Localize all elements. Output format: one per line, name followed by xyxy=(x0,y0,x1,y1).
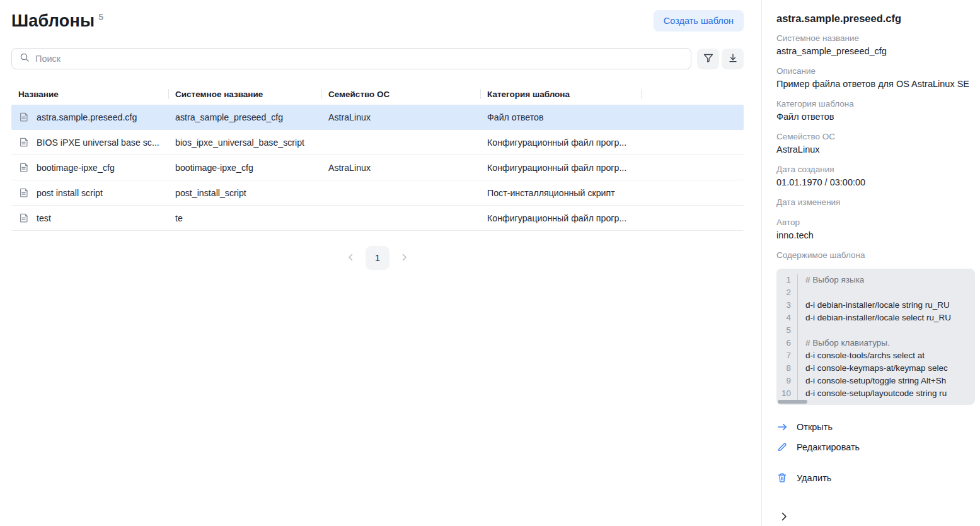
edit-action[interactable]: Редактировать xyxy=(776,440,975,454)
row-category: Пост-инсталляционный скрипт xyxy=(480,188,641,198)
code-line: 10d-i console-setup/layoutcode string ru xyxy=(776,387,975,400)
table-header: Название Системное название Семейство ОС… xyxy=(11,83,744,105)
row-os-family: AstraLinux xyxy=(321,163,480,173)
page-title: Шаблоны5 xyxy=(11,11,103,31)
table-row[interactable]: post install script post_install_script … xyxy=(11,180,744,206)
code-line: 1# Выбор языка xyxy=(776,274,975,286)
column-header-os-family: Семейство ОС xyxy=(321,83,480,105)
row-system-name: bootimage-ipxe_cfg xyxy=(168,163,321,173)
templates-page: Шаблоны5 Создать шаблон Название Системн… xyxy=(0,0,762,526)
field-created-date: Дата создания 01.01.1970 / 03:00:00 xyxy=(776,163,975,189)
document-icon xyxy=(18,213,29,223)
search-box xyxy=(11,48,691,69)
code-line: 2 xyxy=(776,286,975,299)
collapse-panel-button[interactable] xyxy=(779,509,797,526)
row-category: Конфигурационный файл прогр... xyxy=(480,163,641,173)
open-action-label: Открыть xyxy=(797,422,833,432)
code-line: 4d-i debian-installer/locale select ru_R… xyxy=(776,312,975,324)
arrow-right-icon xyxy=(776,423,788,431)
code-line: 6# Выбор клавиатуры. xyxy=(776,337,975,349)
document-icon xyxy=(18,137,29,148)
pagination: 1 xyxy=(11,246,744,270)
page-title-text: Шаблоны xyxy=(11,11,95,30)
filter-icon xyxy=(703,52,714,66)
code-line: 7d-i console-tools/archs select at xyxy=(776,349,975,362)
code-line: 5 xyxy=(776,324,975,337)
delete-action[interactable]: Удалить xyxy=(776,471,975,485)
row-name: bootimage-ipxe_cfg xyxy=(37,163,115,173)
document-icon xyxy=(18,112,29,122)
row-category: Файл ответов xyxy=(480,112,641,122)
edit-action-label: Редактировать xyxy=(797,442,860,452)
document-icon xyxy=(18,162,29,173)
templates-table: Название Системное название Семейство ОС… xyxy=(11,83,744,231)
create-template-button[interactable]: Создать шаблон xyxy=(654,10,744,32)
field-template-content: Содержимое шаблона xyxy=(776,249,975,262)
table-row[interactable]: astra.sample.preseed.cfg astra_sample_pr… xyxy=(11,105,744,130)
chevron-right-icon xyxy=(400,253,408,264)
row-name: post install script xyxy=(37,188,103,198)
pencil-icon xyxy=(776,442,788,452)
search-toolbar xyxy=(11,48,744,69)
field-os-family: Семейство ОС AstraLinux xyxy=(776,131,975,156)
column-header-actions xyxy=(641,83,744,105)
chevron-right-icon xyxy=(779,511,789,523)
search-input[interactable] xyxy=(35,54,683,64)
panel-title: astra.sample.preseed.cfg xyxy=(776,13,975,25)
filter-button[interactable] xyxy=(697,49,719,69)
field-description: Описание Пример файла ответов для OS Ast… xyxy=(776,65,975,90)
row-name: astra.sample.preseed.cfg xyxy=(37,112,137,122)
field-modified-date: Дата изменения xyxy=(776,196,975,209)
download-button[interactable] xyxy=(722,49,744,69)
row-system-name: bios_ipxe_universal_base_script xyxy=(168,137,321,148)
column-header-category: Категория шаблона xyxy=(480,83,641,105)
table-row[interactable]: test te Конфигурационный файл прогр... xyxy=(11,206,744,231)
open-action[interactable]: Открыть xyxy=(776,420,975,434)
row-os-family: AstraLinux xyxy=(321,112,480,122)
code-line: 3d-i debian-installer/locale string ru_R… xyxy=(776,299,975,312)
row-system-name: astra_sample_preseed_cfg xyxy=(168,112,321,122)
next-page-button[interactable] xyxy=(396,250,412,266)
horizontal-scrollbar[interactable] xyxy=(778,400,807,404)
column-header-name: Название xyxy=(11,83,168,105)
field-system-name: Системное название astra_sample_preseed_… xyxy=(776,32,975,57)
row-category: Конфигурационный файл прогр... xyxy=(480,213,641,223)
page-header: Шаблоны5 Создать шаблон xyxy=(11,10,744,32)
table-row[interactable]: BIOS iPXE universal base sc... bios_ipxe… xyxy=(11,130,744,155)
search-icon xyxy=(20,52,30,65)
trash-icon xyxy=(776,472,788,483)
document-icon xyxy=(18,187,29,198)
templates-count-badge: 5 xyxy=(98,12,103,22)
row-name: test xyxy=(37,213,51,223)
code-line: 8d-i console-keymaps-at/keymap selec xyxy=(776,362,975,375)
row-system-name: post_install_script xyxy=(168,188,321,198)
page-number-button[interactable]: 1 xyxy=(366,246,389,270)
previous-page-button[interactable] xyxy=(343,250,359,266)
template-content-preview[interactable]: 1# Выбор языка 2 3d-i debian-installer/l… xyxy=(776,269,975,405)
field-author: Автор inno.tech xyxy=(776,216,975,242)
delete-action-label: Удалить xyxy=(797,473,831,483)
table-row[interactable]: bootimage-ipxe_cfg bootimage-ipxe_cfg As… xyxy=(11,155,744,180)
row-system-name: te xyxy=(168,213,321,223)
download-icon xyxy=(727,52,739,66)
field-category: Категория шаблона Файл ответов xyxy=(776,98,975,123)
column-header-system-name: Системное название xyxy=(168,83,321,105)
chevron-left-icon xyxy=(347,253,355,264)
row-category: Конфигурационный файл прогр... xyxy=(480,137,641,148)
row-name: BIOS iPXE universal base sc... xyxy=(37,137,159,148)
code-line: 9d-i console-setup/toggle string Alt+Sh xyxy=(776,375,975,387)
details-panel: astra.sample.preseed.cfg Системное назва… xyxy=(762,0,980,526)
